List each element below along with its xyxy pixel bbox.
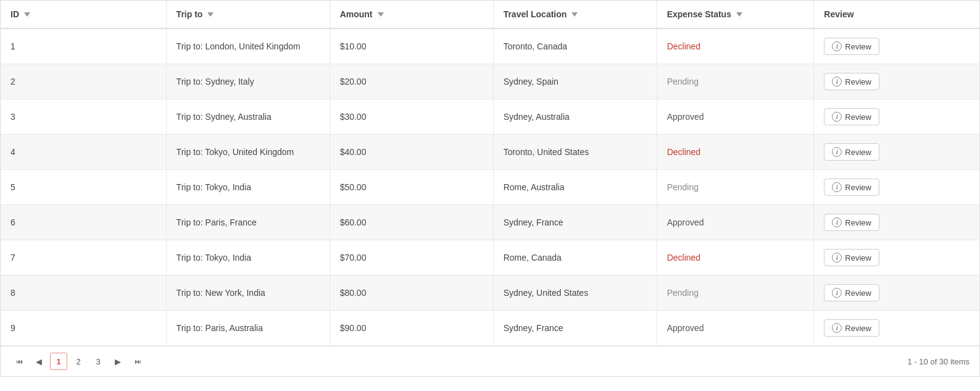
info-icon: i: [832, 323, 842, 333]
cell-amount: $10.00: [330, 28, 493, 64]
review-button-label: Review: [845, 253, 871, 263]
cell-expense-status: Declined: [657, 28, 814, 64]
table-row: 4Trip to: Tokyo, United Kingdom$40.00Tor…: [1, 135, 979, 170]
cell-review: iReview: [814, 28, 979, 64]
prev-page-icon: ◀: [36, 357, 42, 366]
col-status-label: Expense Status: [667, 9, 731, 19]
cell-review: iReview: [814, 205, 979, 240]
col-id-filter-icon[interactable]: [24, 12, 30, 17]
col-trip-to-filter-icon[interactable]: [207, 12, 214, 17]
review-button-label: Review: [845, 324, 871, 333]
cell-trip-to: Trip to: Sydney, Italy: [166, 64, 330, 99]
review-button[interactable]: iReview: [824, 38, 879, 55]
review-button-label: Review: [845, 77, 871, 86]
info-icon: i: [832, 77, 842, 86]
cell-review: iReview: [814, 64, 979, 99]
col-header-expense-status: Expense Status: [657, 1, 814, 28]
prev-page-button[interactable]: ◀: [30, 353, 48, 370]
first-page-button[interactable]: ⏮︎: [10, 353, 28, 370]
info-icon: i: [832, 182, 842, 192]
cell-review: iReview: [814, 240, 979, 275]
cell-expense-status: Approved: [657, 311, 814, 346]
cell-travel-location: Toronto, Canada: [493, 28, 657, 64]
cell-expense-status: Declined: [657, 135, 814, 170]
review-button[interactable]: iReview: [824, 179, 879, 196]
table-row: 2Trip to: Sydney, Italy$20.00Sydney, Spa…: [1, 64, 979, 99]
cell-review: iReview: [814, 99, 979, 135]
cell-review: iReview: [814, 275, 979, 311]
data-table: ID Trip to Amount: [0, 0, 980, 377]
cell-trip-to: Trip to: Paris, Australia: [166, 311, 330, 346]
cell-review: iReview: [814, 311, 979, 346]
last-page-button[interactable]: ⏭︎: [129, 353, 146, 370]
cell-expense-status: Pending: [657, 170, 814, 205]
cell-id: 8: [1, 275, 166, 311]
cell-trip-to: Trip to: Paris, France: [166, 205, 330, 240]
cell-review: iReview: [814, 170, 979, 205]
review-button-label: Review: [845, 148, 871, 157]
cell-travel-location: Sydney, France: [493, 205, 657, 240]
cell-id: 4: [1, 135, 166, 170]
cell-id: 1: [1, 28, 166, 64]
cell-expense-status: Approved: [657, 205, 814, 240]
col-header-travel-location: Travel Location: [493, 1, 657, 28]
review-button-label: Review: [845, 183, 871, 192]
table-body: 1Trip to: London, United Kingdom$10.00To…: [1, 28, 979, 346]
cell-travel-location: Sydney, France: [493, 311, 657, 346]
info-icon: i: [832, 288, 842, 298]
col-location-label: Travel Location: [504, 9, 567, 19]
col-id-label: ID: [10, 9, 19, 19]
cell-id: 2: [1, 64, 166, 99]
review-button[interactable]: iReview: [824, 214, 879, 231]
last-page-icon: ⏭︎: [135, 358, 141, 365]
first-page-icon: ⏮︎: [16, 358, 23, 365]
cell-travel-location: Sydney, Australia: [493, 99, 657, 135]
col-header-review: Review: [814, 1, 979, 28]
cell-id: 6: [1, 205, 166, 240]
review-button[interactable]: iReview: [824, 249, 879, 266]
col-location-filter-icon[interactable]: [571, 12, 578, 17]
col-status-filter-icon[interactable]: [736, 12, 742, 17]
review-button[interactable]: iReview: [824, 284, 879, 301]
cell-travel-location: Rome, Australia: [493, 170, 657, 205]
next-page-icon: ▶: [115, 357, 121, 366]
pagination-controls: ⏮︎ ◀ 1 2 3 ▶ ⏭︎: [10, 353, 146, 370]
review-button-label: Review: [845, 218, 871, 227]
pagination-bar: ⏮︎ ◀ 1 2 3 ▶ ⏭︎ 1 - 10 of 30 items: [1, 346, 979, 376]
review-button-label: Review: [845, 288, 871, 298]
page-3-button[interactable]: 3: [89, 353, 107, 370]
review-button[interactable]: iReview: [824, 73, 879, 90]
page-info: 1 - 10 of 30 items: [908, 357, 970, 366]
page-2-button[interactable]: 2: [70, 353, 87, 370]
table-row: 8Trip to: New York, India$80.00Sydney, U…: [1, 275, 979, 311]
cell-id: 9: [1, 311, 166, 346]
cell-amount: $50.00: [330, 170, 493, 205]
table-row: 9Trip to: Paris, Australia$90.00Sydney, …: [1, 311, 979, 346]
table-row: 7Trip to: Tokyo, India$70.00Rome, Canada…: [1, 240, 979, 275]
cell-trip-to: Trip to: London, United Kingdom: [166, 28, 330, 64]
review-button[interactable]: iReview: [824, 143, 879, 161]
page-1-button[interactable]: 1: [50, 353, 67, 370]
cell-expense-status: Pending: [657, 64, 814, 99]
col-header-amount: Amount: [330, 1, 493, 28]
cell-amount: $20.00: [330, 64, 493, 99]
review-button[interactable]: iReview: [824, 319, 879, 337]
col-amount-label: Amount: [340, 9, 373, 19]
review-button[interactable]: iReview: [824, 108, 879, 125]
table-row: 3Trip to: Sydney, Australia$30.00Sydney,…: [1, 99, 979, 135]
info-icon: i: [832, 112, 842, 122]
cell-travel-location: Sydney, Spain: [493, 64, 657, 99]
info-icon: i: [832, 147, 842, 157]
cell-review: iReview: [814, 135, 979, 170]
table-row: 6Trip to: Paris, France$60.00Sydney, Fra…: [1, 205, 979, 240]
info-icon: i: [832, 253, 842, 263]
cell-amount: $30.00: [330, 99, 493, 135]
cell-amount: $90.00: [330, 311, 493, 346]
col-amount-filter-icon[interactable]: [378, 12, 384, 17]
cell-id: 7: [1, 240, 166, 275]
cell-expense-status: Approved: [657, 99, 814, 135]
review-button-label: Review: [845, 112, 871, 122]
next-page-button[interactable]: ▶: [109, 353, 127, 370]
cell-expense-status: Pending: [657, 275, 814, 311]
table-header-row: ID Trip to Amount: [1, 1, 979, 28]
